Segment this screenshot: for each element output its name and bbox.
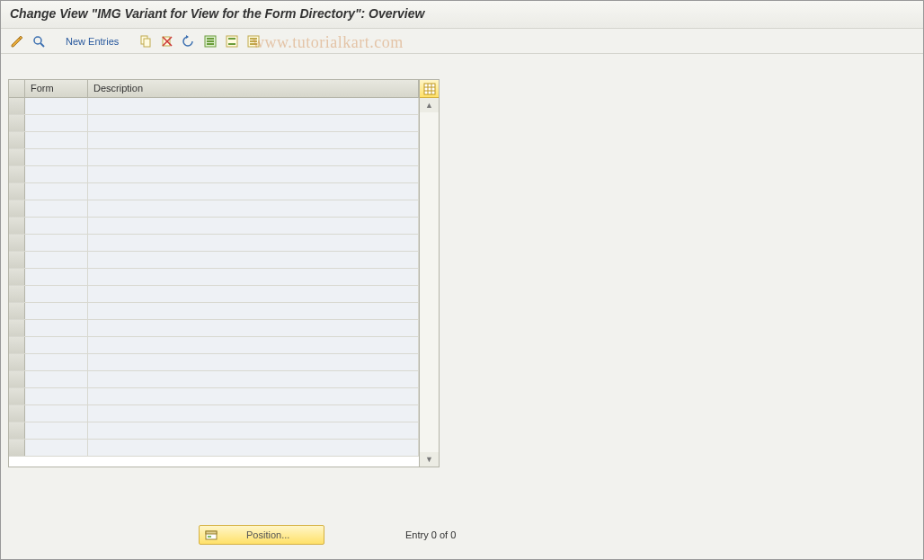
row-selector-header[interactable] [9,80,25,97]
row-selector[interactable] [9,183,25,200]
row-selector[interactable] [9,269,25,285]
table-row [9,235,419,252]
row-selector[interactable] [9,440,25,456]
select-all-icon[interactable] [201,32,219,50]
cell-form[interactable] [25,354,88,370]
table-row [9,166,419,183]
cell-form[interactable] [25,405,88,422]
cell-description[interactable] [88,200,419,217]
delete-icon[interactable] [158,32,176,50]
cell-form[interactable] [25,218,88,234]
scroll-up-button[interactable]: ▲ [420,98,439,112]
cell-description[interactable] [88,149,419,165]
row-selector[interactable] [9,337,25,353]
cell-form[interactable] [25,252,88,268]
cell-form[interactable] [25,235,88,251]
select-block-icon[interactable] [223,32,241,50]
column-header-description[interactable]: Description [88,80,419,97]
position-button[interactable]: Position... [199,525,324,545]
svg-rect-15 [250,38,257,40]
cell-description[interactable] [88,320,419,336]
cell-form[interactable] [25,132,88,148]
column-header-form[interactable]: Form [25,80,88,97]
table-row [9,286,419,303]
row-selector[interactable] [9,320,25,336]
cell-description[interactable] [88,405,419,422]
entry-status: Entry 0 of 0 [405,529,456,540]
footer: Position... Entry 0 of 0 [1,520,923,550]
cell-description[interactable] [88,371,419,387]
cell-description[interactable] [88,388,419,404]
cell-form[interactable] [25,269,88,285]
cell-form[interactable] [25,303,88,319]
cell-description[interactable] [88,269,419,285]
svg-rect-17 [250,43,257,45]
cell-description[interactable] [88,303,419,319]
row-selector[interactable] [9,354,25,370]
table-row [9,388,419,405]
cell-form[interactable] [25,371,88,387]
scroll-down-button[interactable]: ▼ [420,452,439,467]
row-selector[interactable] [9,371,25,387]
table-row [9,252,419,269]
cell-form[interactable] [25,388,88,404]
svg-rect-10 [207,43,214,45]
table-row [9,422,419,440]
change-icon[interactable] [8,32,26,50]
row-selector[interactable] [9,252,25,268]
svg-rect-8 [207,38,214,40]
row-selector[interactable] [9,405,25,422]
row-selector[interactable] [9,166,25,182]
cell-form[interactable] [25,440,88,456]
svg-rect-11 [227,36,237,47]
copy-icon[interactable] [137,32,155,50]
undo-icon[interactable] [180,32,198,50]
cell-form[interactable] [25,115,88,131]
cell-form[interactable] [25,337,88,353]
page-title: Change View "IMG Variant for View for th… [10,6,914,21]
cell-description[interactable] [88,235,419,251]
cell-description[interactable] [88,286,419,302]
cell-description[interactable] [88,98,419,114]
cell-form[interactable] [25,166,88,182]
table-row [9,320,419,337]
row-selector[interactable] [9,235,25,251]
table-settings-icon [423,83,436,95]
table-row [9,218,419,235]
row-selector[interactable] [9,218,25,234]
row-selector[interactable] [9,286,25,302]
row-selector[interactable] [9,200,25,217]
cell-description[interactable] [88,354,419,370]
cell-form[interactable] [25,200,88,217]
scrollbar-track[interactable] [420,112,439,452]
cell-form[interactable] [25,320,88,336]
row-selector[interactable] [9,149,25,165]
cell-description[interactable] [88,252,419,268]
cell-description[interactable] [88,115,419,131]
cell-description[interactable] [88,166,419,182]
cell-form[interactable] [25,149,88,165]
svg-rect-16 [250,40,257,42]
cell-form[interactable] [25,183,88,200]
details-icon[interactable] [30,32,48,50]
new-entries-button[interactable]: New Entries [58,32,126,50]
cell-description[interactable] [88,132,419,148]
svg-rect-18 [424,84,435,94]
cell-form[interactable] [25,98,88,114]
cell-description[interactable] [88,422,419,439]
deselect-all-icon[interactable] [244,32,262,50]
table-settings-button[interactable] [420,80,439,98]
row-selector[interactable] [9,303,25,319]
cell-form[interactable] [25,286,88,302]
row-selector[interactable] [9,98,25,114]
cell-form[interactable] [25,422,88,439]
row-selector[interactable] [9,388,25,404]
svg-point-0 [34,37,41,44]
row-selector[interactable] [9,115,25,131]
cell-description[interactable] [88,337,419,353]
cell-description[interactable] [88,440,419,456]
row-selector[interactable] [9,132,25,148]
cell-description[interactable] [88,183,419,200]
cell-description[interactable] [88,218,419,234]
row-selector[interactable] [9,422,25,439]
